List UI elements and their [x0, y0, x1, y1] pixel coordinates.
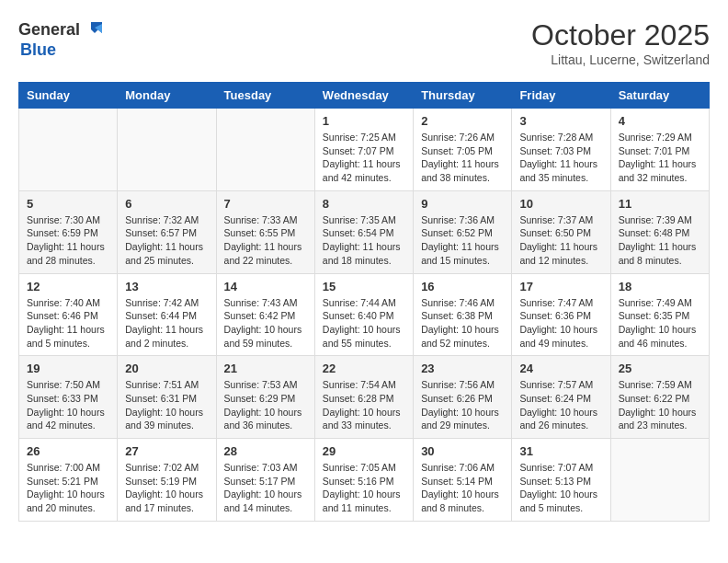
calendar-week-row: 19Sunrise: 7:50 AM Sunset: 6:33 PM Dayli…	[19, 356, 710, 439]
calendar-cell: 28Sunrise: 7:03 AM Sunset: 5:17 PM Dayli…	[216, 439, 314, 522]
day-number: 21	[224, 362, 307, 375]
calendar-cell: 26Sunrise: 7:00 AM Sunset: 5:21 PM Dayli…	[19, 439, 118, 522]
day-number: 29	[323, 444, 405, 458]
logo-icon	[82, 18, 104, 40]
calendar-week-row: 1Sunrise: 7:25 AM Sunset: 7:07 PM Daylig…	[19, 109, 710, 191]
day-info: Sunrise: 7:05 AM Sunset: 5:16 PM Dayligh…	[323, 461, 405, 515]
calendar-cell: 31Sunrise: 7:07 AM Sunset: 5:13 PM Dayli…	[512, 439, 610, 522]
calendar-week-row: 26Sunrise: 7:00 AM Sunset: 5:21 PM Dayli…	[19, 439, 710, 522]
calendar-cell: 7Sunrise: 7:33 AM Sunset: 6:55 PM Daylig…	[216, 190, 314, 273]
day-info: Sunrise: 7:26 AM Sunset: 7:05 PM Dayligh…	[421, 131, 504, 185]
day-info: Sunrise: 7:51 AM Sunset: 6:31 PM Dayligh…	[125, 378, 208, 432]
day-number: 5	[27, 197, 109, 211]
day-number: 26	[27, 444, 109, 458]
logo: General Blue	[18, 18, 104, 60]
day-number: 12	[27, 280, 109, 293]
calendar-cell: 2Sunrise: 7:26 AM Sunset: 7:05 PM Daylig…	[414, 109, 512, 191]
calendar-cell: 25Sunrise: 7:59 AM Sunset: 6:22 PM Dayli…	[610, 356, 709, 439]
day-number: 19	[27, 362, 109, 375]
calendar-cell	[118, 109, 216, 191]
calendar-cell: 4Sunrise: 7:29 AM Sunset: 7:01 PM Daylig…	[610, 109, 709, 191]
day-number: 16	[421, 280, 504, 293]
day-info: Sunrise: 7:29 AM Sunset: 7:01 PM Dayligh…	[619, 131, 701, 185]
day-info: Sunrise: 7:53 AM Sunset: 6:29 PM Dayligh…	[224, 378, 307, 432]
day-number: 2	[421, 114, 504, 128]
calendar-cell: 23Sunrise: 7:56 AM Sunset: 6:26 PM Dayli…	[414, 356, 512, 439]
calendar-cell: 21Sunrise: 7:53 AM Sunset: 6:29 PM Dayli…	[216, 356, 314, 439]
day-info: Sunrise: 7:36 AM Sunset: 6:52 PM Dayligh…	[421, 213, 504, 268]
day-number: 8	[323, 197, 405, 211]
calendar-table: SundayMondayTuesdayWednesdayThursdayFrid…	[18, 82, 710, 522]
day-info: Sunrise: 7:42 AM Sunset: 6:44 PM Dayligh…	[125, 296, 208, 350]
calendar-cell: 13Sunrise: 7:42 AM Sunset: 6:44 PM Dayli…	[118, 273, 216, 356]
day-info: Sunrise: 7:47 AM Sunset: 6:36 PM Dayligh…	[519, 296, 602, 350]
day-info: Sunrise: 7:06 AM Sunset: 5:14 PM Dayligh…	[421, 461, 504, 515]
calendar-cell: 24Sunrise: 7:57 AM Sunset: 6:24 PM Dayli…	[512, 356, 610, 439]
day-info: Sunrise: 7:37 AM Sunset: 6:50 PM Dayligh…	[519, 213, 602, 268]
day-number: 15	[323, 280, 405, 293]
day-number: 3	[519, 114, 602, 128]
calendar-week-row: 12Sunrise: 7:40 AM Sunset: 6:46 PM Dayli…	[19, 273, 710, 356]
day-number: 31	[519, 444, 602, 458]
day-info: Sunrise: 7:03 AM Sunset: 5:17 PM Dayligh…	[224, 461, 307, 515]
day-number: 20	[125, 362, 208, 375]
calendar-cell: 15Sunrise: 7:44 AM Sunset: 6:40 PM Dayli…	[314, 273, 413, 356]
day-info: Sunrise: 7:00 AM Sunset: 5:21 PM Dayligh…	[27, 461, 109, 515]
calendar-cell: 10Sunrise: 7:37 AM Sunset: 6:50 PM Dayli…	[512, 190, 610, 273]
logo-blue: Blue	[20, 40, 56, 59]
day-info: Sunrise: 7:57 AM Sunset: 6:24 PM Dayligh…	[519, 378, 602, 432]
day-info: Sunrise: 7:44 AM Sunset: 6:40 PM Dayligh…	[323, 296, 405, 350]
month-title: October 2025	[531, 18, 710, 52]
day-info: Sunrise: 7:59 AM Sunset: 6:22 PM Dayligh…	[619, 378, 701, 432]
day-number: 24	[519, 362, 602, 375]
day-number: 28	[224, 444, 307, 458]
calendar-cell: 12Sunrise: 7:40 AM Sunset: 6:46 PM Dayli…	[19, 273, 118, 356]
day-info: Sunrise: 7:46 AM Sunset: 6:38 PM Dayligh…	[421, 296, 504, 350]
day-info: Sunrise: 7:49 AM Sunset: 6:35 PM Dayligh…	[619, 296, 701, 350]
day-number: 1	[323, 114, 405, 128]
calendar-header-row: SundayMondayTuesdayWednesdayThursdayFrid…	[19, 83, 710, 109]
location-subtitle: Littau, Lucerne, Switzerland	[531, 52, 710, 67]
day-number: 10	[519, 197, 602, 211]
calendar-cell: 14Sunrise: 7:43 AM Sunset: 6:42 PM Dayli…	[216, 273, 314, 356]
day-info: Sunrise: 7:30 AM Sunset: 6:59 PM Dayligh…	[27, 213, 109, 268]
day-info: Sunrise: 7:39 AM Sunset: 6:48 PM Dayligh…	[619, 213, 701, 268]
day-info: Sunrise: 7:25 AM Sunset: 7:07 PM Dayligh…	[323, 131, 405, 185]
header-friday: Friday	[512, 83, 610, 109]
day-info: Sunrise: 7:28 AM Sunset: 7:03 PM Dayligh…	[519, 131, 602, 185]
day-info: Sunrise: 7:43 AM Sunset: 6:42 PM Dayligh…	[224, 296, 307, 350]
day-number: 7	[224, 197, 307, 211]
logo-general: General	[18, 20, 80, 40]
header-sunday: Sunday	[19, 83, 118, 109]
day-number: 23	[421, 362, 504, 375]
day-number: 6	[125, 197, 208, 211]
day-number: 27	[125, 444, 208, 458]
calendar-cell	[19, 109, 118, 191]
day-number: 9	[421, 197, 504, 211]
calendar-cell: 1Sunrise: 7:25 AM Sunset: 7:07 PM Daylig…	[314, 109, 413, 191]
calendar-cell: 11Sunrise: 7:39 AM Sunset: 6:48 PM Dayli…	[610, 190, 709, 273]
header-tuesday: Tuesday	[216, 83, 314, 109]
day-info: Sunrise: 7:56 AM Sunset: 6:26 PM Dayligh…	[421, 378, 504, 432]
header-saturday: Saturday	[610, 83, 709, 109]
day-number: 11	[619, 197, 701, 211]
day-number: 14	[224, 280, 307, 293]
calendar-cell: 16Sunrise: 7:46 AM Sunset: 6:38 PM Dayli…	[414, 273, 512, 356]
page-header: General Blue October 2025 Littau, Lucern…	[18, 18, 710, 67]
calendar-cell: 5Sunrise: 7:30 AM Sunset: 6:59 PM Daylig…	[19, 190, 118, 273]
header-wednesday: Wednesday	[314, 83, 413, 109]
calendar-cell	[216, 109, 314, 191]
day-number: 18	[619, 280, 701, 293]
calendar-cell: 8Sunrise: 7:35 AM Sunset: 6:54 PM Daylig…	[314, 190, 413, 273]
calendar-cell: 18Sunrise: 7:49 AM Sunset: 6:35 PM Dayli…	[610, 273, 709, 356]
calendar-cell	[610, 439, 709, 522]
day-info: Sunrise: 7:54 AM Sunset: 6:28 PM Dayligh…	[323, 378, 405, 432]
title-block: October 2025 Littau, Lucerne, Switzerlan…	[531, 18, 710, 67]
day-number: 22	[323, 362, 405, 375]
header-thursday: Thursday	[414, 83, 512, 109]
calendar-cell: 20Sunrise: 7:51 AM Sunset: 6:31 PM Dayli…	[118, 356, 216, 439]
day-number: 17	[519, 280, 602, 293]
day-number: 4	[619, 114, 701, 128]
calendar-cell: 19Sunrise: 7:50 AM Sunset: 6:33 PM Dayli…	[19, 356, 118, 439]
day-info: Sunrise: 7:32 AM Sunset: 6:57 PM Dayligh…	[125, 213, 208, 268]
